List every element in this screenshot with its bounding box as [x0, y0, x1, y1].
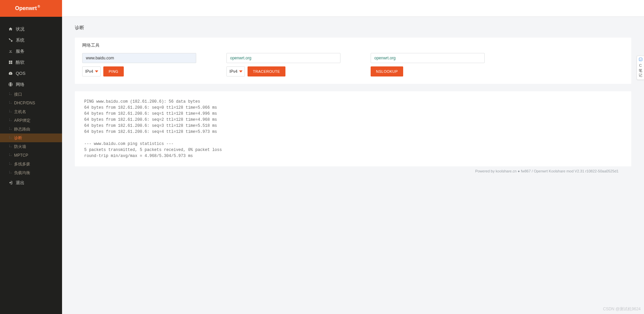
notes-icon [637, 57, 644, 62]
dashboard-icon [8, 71, 13, 75]
widget-line3: 记 [639, 73, 642, 77]
ping-host-input[interactable] [82, 53, 196, 63]
brand-reg: ® [38, 5, 40, 8]
nav-label: 退出 [16, 180, 24, 186]
panel-title: 网络工具 [82, 42, 624, 48]
watermark: CSDN @测试机9624 [603, 306, 641, 312]
globe-icon [8, 82, 13, 87]
subnav-label: DHCP/DNS [14, 101, 35, 105]
subnav-interface[interactable]: 接口 [0, 90, 62, 99]
subnav-label: 接口 [14, 92, 22, 97]
command-output: PING www.baidu.com (182.61.200.6): 56 da… [84, 99, 622, 159]
nav-label: QOS [16, 71, 25, 76]
nav-qos[interactable]: QOS [0, 68, 62, 79]
topbar [62, 0, 644, 17]
network-tools-panel: 网络工具 IPv4 PING [75, 38, 631, 84]
nslookup-tool: NSLOOKUP [371, 53, 485, 76]
brand-logo: Openwrt ® [0, 0, 62, 17]
widget-line1: C [639, 63, 642, 67]
download-icon [8, 49, 13, 53]
nav-status[interactable]: 状况 [0, 23, 62, 35]
nav-services[interactable]: 服务 [0, 46, 62, 57]
ns-host-input[interactable] [371, 53, 485, 63]
notes-widget[interactable]: C 笔 记 [637, 56, 644, 80]
nav-label: 系统 [16, 37, 24, 43]
subnav-label: MPTCP [14, 153, 28, 158]
main: 诊断 网络工具 IPv4 PING [62, 0, 644, 314]
subnav-loadbalance[interactable]: 负载均衡 [0, 168, 62, 177]
subnav-multiwan[interactable]: 多线多拨 [0, 160, 62, 168]
nav-label: 酷软 [16, 59, 24, 65]
nav-label: 网络 [16, 82, 24, 88]
nav-logout[interactable]: 退出 [0, 177, 62, 188]
output-panel: PING www.baidu.com (182.61.200.6): 56 da… [75, 91, 631, 166]
nav-system[interactable]: 系统 [0, 35, 62, 46]
widget-line2: 笔 [639, 68, 642, 72]
subnav-label: 负载均衡 [14, 170, 30, 176]
tools-icon [8, 38, 13, 42]
home-icon [8, 27, 13, 31]
nslookup-button[interactable]: NSLOOKUP [371, 66, 403, 76]
traceroute-tool: IPv4 TRACEROUTE [226, 53, 340, 76]
subnav-label: 诊断 [14, 135, 22, 141]
subnav-arp[interactable]: ARP绑定 [0, 116, 62, 125]
subnav-label: 主机名 [14, 109, 26, 115]
subnav-label: ARP绑定 [14, 118, 31, 123]
subnav-firewall[interactable]: 防火墙 [0, 142, 62, 151]
subnav-hostname[interactable]: 主机名 [0, 107, 62, 116]
sidebar: Openwrt ® 状况 系统 服务 酷软 QOS [0, 0, 62, 314]
subnav-label: 静态路由 [14, 126, 30, 132]
subnav-diagnostics[interactable]: 诊断 [0, 134, 62, 142]
logout-icon [8, 180, 13, 185]
subnav-label: 防火墙 [14, 144, 26, 150]
ping-button[interactable]: PING [103, 66, 124, 76]
grid-icon [8, 60, 13, 64]
nav-label: 服务 [16, 48, 24, 54]
subnav-dhcp-dns[interactable]: DHCP/DNS [0, 99, 62, 107]
subnav-mptcp[interactable]: MPTCP [0, 151, 62, 160]
footer-text: Powered by koolshare.cn ● fw867 / Openwr… [75, 166, 631, 173]
ping-tool: IPv4 PING [82, 53, 196, 76]
subnav-label: 多线多拨 [14, 161, 30, 167]
nav-label: 状况 [16, 26, 24, 32]
traceroute-button[interactable]: TRACEROUTE [248, 66, 285, 76]
trace-ipver-select[interactable]: IPv4 [226, 66, 245, 76]
nav-coolsoft[interactable]: 酷软 [0, 57, 62, 68]
brand-name: Openwrt [15, 5, 37, 11]
page-title: 诊断 [75, 25, 631, 31]
nav-network[interactable]: 网络 [0, 79, 62, 90]
subnav-static-route[interactable]: 静态路由 [0, 125, 62, 134]
ping-ipver-select[interactable]: IPv4 [82, 66, 101, 76]
svg-rect-0 [639, 58, 642, 61]
trace-host-input[interactable] [226, 53, 340, 63]
